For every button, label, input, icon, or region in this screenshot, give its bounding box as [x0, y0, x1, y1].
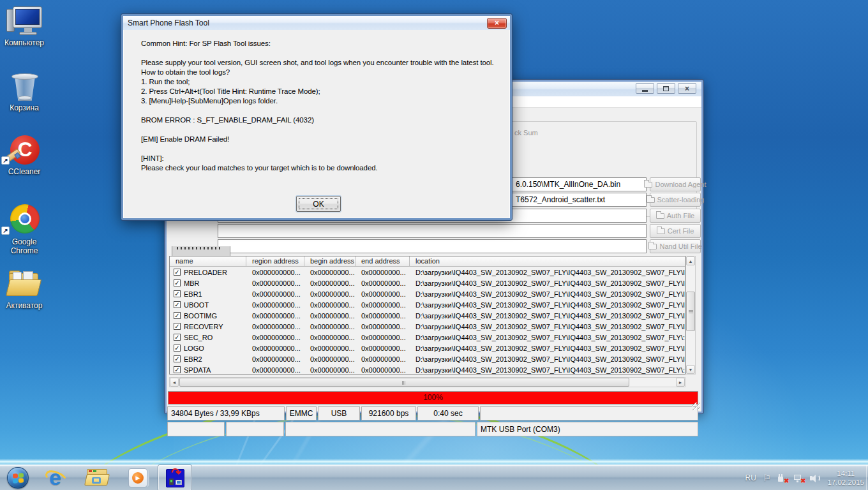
row-checkbox[interactable]: ✓: [174, 323, 181, 330]
status-empty: [285, 422, 475, 436]
dialog-close-button[interactable]: ×: [487, 18, 507, 29]
table-row[interactable]: ✓EBR1 0x000000000... 0x00000000... 0x000…: [170, 288, 685, 299]
horizontal-scrollbar[interactable]: ◄ ►: [169, 377, 685, 387]
end-address: 0x00000000...: [355, 290, 410, 298]
column-header-region[interactable]: region address: [246, 256, 304, 266]
action-center-flag-icon[interactable]: ⚐: [763, 473, 771, 483]
column-header-location[interactable]: location: [410, 256, 685, 266]
table-row[interactable]: ✓PRELOADER 0x000000000... 0x00000000... …: [170, 267, 685, 278]
table-row[interactable]: ✓UBOOT 0x000000000... 0x00000000... 0x00…: [170, 299, 685, 310]
file-location: D:\загрузки\IQ4403_SW_20130902_SW07_FLY\…: [410, 312, 685, 320]
clock-time: 14:11: [827, 469, 864, 478]
row-checkbox[interactable]: ✓: [174, 301, 181, 308]
region-address: 0x000000000...: [246, 345, 304, 352]
table-row[interactable]: ✓RECOVERY 0x000000000... 0x00000000... 0…: [170, 321, 685, 332]
column-header-end[interactable]: end address: [355, 256, 410, 266]
end-address: 0x00000000...: [355, 366, 410, 374]
shortcut-arrow-icon: ↗: [1, 226, 10, 235]
minimize-button[interactable]: [636, 83, 654, 94]
dialog-title-bar[interactable]: Smart Phone Flash Tool ×: [123, 16, 510, 30]
column-header-begin[interactable]: begin address: [304, 256, 355, 266]
table-row[interactable]: ✓BOOTIMG 0x000000000... 0x00000000... 0x…: [170, 310, 685, 321]
scroll-left-button[interactable]: ◄: [170, 378, 179, 387]
end-address: 0x00000000...: [355, 323, 410, 330]
file-location: D:\загрузки\IQ4403_SW_20130902_SW07_FLY\…: [410, 355, 685, 363]
partition-name: RECOVERY: [184, 323, 223, 330]
row-checkbox[interactable]: ✓: [174, 269, 181, 276]
column-header-name[interactable]: name: [170, 256, 246, 266]
taskbar-item-media-player[interactable]: ▶: [121, 465, 154, 490]
status-baudrate: 921600 bps: [361, 406, 416, 420]
desktop-icon-computer[interactable]: Компьютер: [1, 5, 47, 47]
desktop-icon-aktivator[interactable]: Активатор: [1, 268, 47, 310]
maximize-button[interactable]: [657, 83, 675, 94]
scroll-right-button[interactable]: ►: [676, 378, 685, 387]
focus-rectangle: [299, 198, 338, 209]
internet-explorer-icon: e: [45, 467, 68, 489]
status-elapsed-time: 0:40 sec: [417, 406, 479, 420]
begin-address: 0x00000000...: [304, 334, 355, 341]
nand-util-file-field[interactable]: [218, 239, 647, 253]
taskbar-item-flash-tool-active[interactable]: ↷: [158, 465, 191, 490]
region-address: 0x000000000...: [246, 301, 304, 309]
desktop-icon-label: Google Chrome: [1, 237, 47, 255]
auth-file-button[interactable]: Auth File: [650, 209, 701, 223]
table-row[interactable]: ✓MBR 0x000000000... 0x00000000... 0x0000…: [170, 278, 685, 288]
scroll-left-icon: ◄: [172, 380, 177, 385]
ok-button[interactable]: OK: [296, 196, 341, 212]
taskbar-item-internet-explorer[interactable]: e: [40, 465, 73, 490]
scatter-loading-button[interactable]: Scatter-loading: [650, 193, 701, 207]
taskbar-item-explorer[interactable]: [80, 465, 114, 490]
close-button[interactable]: ×: [678, 83, 696, 94]
row-checkbox[interactable]: ✓: [174, 345, 181, 352]
horizontal-scrollbar-thumb[interactable]: [179, 378, 629, 387]
begin-address: 0x00000000...: [304, 323, 355, 330]
dialog-error-detail: [EMI] Enable DRAM Failed!: [141, 135, 504, 144]
checksum-checkbox-label[interactable]: ck Sum: [514, 129, 538, 137]
dialog-error-code: BROM ERROR : S_FT_ENABLE_DRAM_FAIL (4032…: [141, 115, 504, 125]
download-progress-bar: 100%: [168, 391, 698, 405]
cert-file-field[interactable]: [218, 224, 647, 238]
row-checkbox[interactable]: ✓: [174, 290, 181, 297]
status-empty: [480, 406, 698, 420]
ccleaner-icon: C ↗: [1, 134, 47, 165]
row-checkbox[interactable]: ✓: [174, 355, 181, 362]
taskbar-clock[interactable]: 14:11 17.02.2015: [827, 469, 867, 487]
resize-grip[interactable]: [692, 403, 700, 410]
network-tray-icon[interactable]: ✖: [793, 473, 804, 483]
partially-hidden-tab[interactable]: [172, 246, 230, 256]
table-row[interactable]: ✓SPDATA 0x000000000... 0x00000000... 0x0…: [170, 364, 685, 375]
table-row[interactable]: ✓EBR2 0x000000000... 0x00000000... 0x000…: [170, 353, 685, 364]
scroll-up-button[interactable]: ▲: [686, 256, 695, 265]
volume-tray-icon[interactable]: [810, 473, 821, 483]
status-bar-row2: MTK USB Port (COM3): [167, 422, 698, 436]
file-location: D:\загрузки\IQ4403_SW_20130902_SW07_FLY\…: [410, 366, 685, 374]
table-row[interactable]: ✓SEC_RO 0x000000000... 0x00000000... 0x0…: [170, 332, 685, 343]
row-checkbox[interactable]: ✓: [174, 279, 181, 286]
row-checkbox[interactable]: ✓: [174, 312, 181, 319]
nand-util-file-button[interactable]: Nand Util File: [650, 239, 701, 253]
desktop-icon-chrome[interactable]: ↗ Google Chrome: [1, 204, 47, 255]
file-location: D:\загрузки\IQ4403_SW_20130902_SW07_FLY\…: [410, 269, 685, 276]
row-checkbox[interactable]: ✓: [174, 334, 181, 341]
power-tray-icon[interactable]: ✖: [777, 473, 787, 483]
vertical-scrollbar-thumb[interactable]: [686, 292, 695, 331]
download-agent-button[interactable]: Download Agent: [650, 177, 701, 191]
row-checkbox[interactable]: ✓: [174, 366, 181, 373]
speaker-wave: [815, 475, 820, 482]
desktop-icon-ccleaner[interactable]: C ↗ CCleaner: [1, 134, 47, 176]
language-indicator[interactable]: RU: [745, 473, 756, 482]
vertical-scrollbar[interactable]: ▲ ▼: [685, 256, 696, 375]
scroll-down-icon: ▼: [689, 368, 693, 372]
region-address: 0x000000000...: [246, 312, 304, 320]
end-address: 0x00000000...: [355, 334, 410, 341]
start-button[interactable]: [1, 465, 34, 490]
table-row[interactable]: ✓LOGO 0x000000000... 0x00000000... 0x000…: [170, 343, 685, 353]
play-icon: ▶: [132, 472, 144, 484]
scroll-down-button[interactable]: ▼: [686, 365, 695, 374]
open-folder-icon: [648, 244, 657, 249]
taskbar: e ▶ ↷ RU ⚐ ✖: [0, 464, 868, 490]
desktop-icon-recycle-bin[interactable]: Корзина: [1, 70, 47, 112]
dialog-line: 2. Press Ctrl+Alt+t(Tool Title Hint: Run…: [141, 87, 504, 96]
cert-file-button[interactable]: Cert File: [650, 224, 701, 238]
